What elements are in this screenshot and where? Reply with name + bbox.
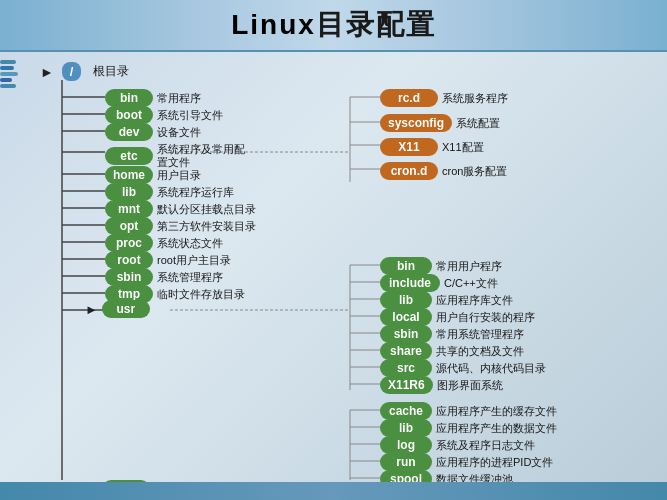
sysconfig-label: sysconfig [380,114,452,132]
title-prefix: Linux [231,9,316,40]
crond-desc: cron服务配置 [442,164,507,179]
tmp-desc: 临时文件存放目录 [157,287,245,302]
footer-bar [0,482,667,500]
sysconfig-desc: 系统配置 [456,116,500,131]
dir-crond: cron.d cron服务配置 [380,162,507,180]
dir-usr-section: ► usr [85,300,150,318]
usr-bin-desc: 常用用户程序 [436,259,502,274]
usr-local-label: local [380,308,432,326]
sbin-label: sbin [105,268,153,286]
dir-x11: X11 X11配置 [380,138,484,156]
dev-desc: 设备文件 [157,125,201,140]
usr-src: src 源代码、内核代码目录 [380,359,546,377]
var-log: log 系统及程序日志文件 [380,436,535,454]
usr-include: include C/C++文件 [380,274,498,292]
sbin-desc: 系统管理程序 [157,270,223,285]
usr-src-label: src [380,359,432,377]
dir-lib: lib 系统程序运行库 [105,183,234,201]
mnt-label: mnt [105,200,153,218]
rcd-label: rc.d [380,89,438,107]
dev-label: dev [105,123,153,141]
usr-lib-label: lib [380,291,432,309]
boot-desc: 系统引导文件 [157,108,223,123]
root-user-label: root [105,251,153,269]
usr-share: share 共享的文档及文件 [380,342,524,360]
bin-label: bin [105,89,153,107]
usr-share-desc: 共享的文档及文件 [436,344,524,359]
usr-include-label: include [380,274,440,292]
crond-label: cron.d [380,162,438,180]
dir-sbin: sbin 系统管理程序 [105,268,223,286]
lib-label: lib [105,183,153,201]
var-lib: lib 应用程序产生的数据文件 [380,419,557,437]
usr-include-desc: C/C++文件 [444,276,498,291]
usr-sbin-desc: 常用系统管理程序 [436,327,524,342]
x11-desc: X11配置 [442,140,484,155]
root-user-desc: root用户主目录 [157,253,231,268]
usr-lib: lib 应用程序库文件 [380,291,513,309]
x11-label: X11 [380,138,438,156]
var-log-desc: 系统及程序日志文件 [436,438,535,453]
lib-desc: 系统程序运行库 [157,185,234,200]
usr-lib-desc: 应用程序库文件 [436,293,513,308]
title-suffix: 目录配置 [316,9,436,40]
var-cache-label: cache [380,402,432,420]
dir-rcd: rc.d 系统服务程序 [380,89,508,107]
usr-src-desc: 源代码、内核代码目录 [436,361,546,376]
usr-x11r6-label: X11R6 [380,376,433,394]
dir-root: root root用户主目录 [105,251,231,269]
root-node: ► / 根目录 [40,62,129,81]
dir-mnt: mnt 默认分区挂载点目录 [105,200,256,218]
usr-x11r6: X11R6 图形界面系统 [380,376,503,394]
usr-local: local 用户自行安装的程序 [380,308,535,326]
proc-desc: 系统状态文件 [157,236,223,251]
usr-sbin: sbin 常用系统管理程序 [380,325,524,343]
usr-local-desc: 用户自行安装的程序 [436,310,535,325]
dir-opt: opt 第三方软件安装目录 [105,217,256,235]
opt-desc: 第三方软件安装目录 [157,219,256,234]
boot-label: boot [105,106,153,124]
dir-bin: bin 常用程序 [105,89,201,107]
page-title: Linux目录配置 [231,6,436,44]
usr-label: usr [102,300,150,318]
dir-home: home 用户目录 [105,166,201,184]
root-label: / [62,62,82,81]
var-run: run 应用程序的进程PID文件 [380,453,553,471]
var-lib-desc: 应用程序产生的数据文件 [436,421,557,436]
usr-bin-label: bin [380,257,432,275]
var-cache-desc: 应用程序产生的缓存文件 [436,404,557,419]
proc-label: proc [105,234,153,252]
root-desc: 根目录 [93,63,129,80]
rcd-desc: 系统服务程序 [442,91,508,106]
bin-desc: 常用程序 [157,91,201,106]
home-label: home [105,166,153,184]
left-decoration [0,60,20,480]
var-lib-label: lib [380,419,432,437]
usr-sbin-label: sbin [380,325,432,343]
dir-dev: dev 设备文件 [105,123,201,141]
dir-boot: boot 系统引导文件 [105,106,223,124]
dir-proc: proc 系统状态文件 [105,234,223,252]
var-run-label: run [380,453,432,471]
opt-label: opt [105,217,153,235]
usr-share-label: share [380,342,432,360]
var-cache: cache 应用程序产生的缓存文件 [380,402,557,420]
var-log-label: log [380,436,432,454]
var-run-desc: 应用程序的进程PID文件 [436,455,553,470]
mnt-desc: 默认分区挂载点目录 [157,202,256,217]
home-desc: 用户目录 [157,168,201,183]
main-content: ► / 根目录 bin 常用程序 boot 系统引导文件 dev 设备文件 et… [20,52,657,480]
usr-bin: bin 常用用户程序 [380,257,502,275]
dir-sysconfig: sysconfig 系统配置 [380,114,500,132]
header: Linux目录配置 [0,0,667,52]
etc-label: etc [105,147,153,165]
usr-x11r6-desc: 图形界面系统 [437,378,503,393]
